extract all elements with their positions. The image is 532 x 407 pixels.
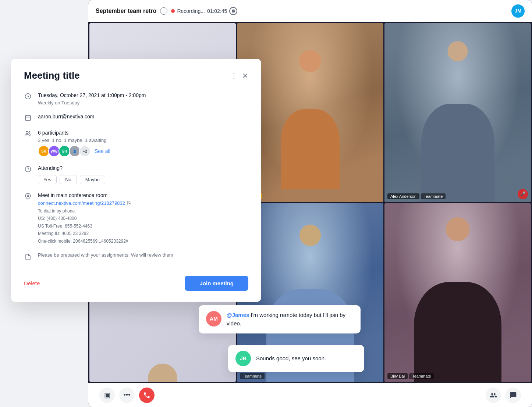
svg-point-8 — [27, 195, 29, 197]
toll-free: US Toll-Free: 855-552-4463 — [38, 222, 248, 230]
chat-avatar-am-initials: AM — [210, 316, 218, 322]
attending-row: Attending? Yes No Maybe — [24, 164, 248, 184]
panel-actions: ⋮ ✕ — [230, 71, 248, 80]
yes-button[interactable]: Yes — [38, 175, 57, 184]
participants-icon — [24, 130, 32, 138]
panel-header: Meeting title ⋮ ✕ — [24, 70, 248, 81]
join-meeting-button[interactable]: Join meeting — [185, 276, 248, 291]
controls-left: ▣ ••• — [99, 388, 155, 403]
participants-status: 3 yes, 1 no, 1 maybe, 1 awaiting — [38, 138, 248, 143]
billy-bai-role: Teammate — [409, 373, 434, 379]
location-row: Meet in main conference room connect.nex… — [24, 192, 248, 245]
video-cell-5-label: Billy Bai Teammate — [387, 373, 434, 379]
recording-timer: 01:02:45 — [207, 8, 227, 14]
panel-title: Meeting title — [24, 70, 80, 81]
location-text: Meet in main conference room — [38, 192, 248, 199]
participants-content: 6 participants 3 yes, 1 no, 1 maybe, 1 a… — [38, 129, 248, 157]
meeting-title-bar: September team retro i Recording... 01:0… — [96, 7, 237, 15]
description-text: Please be prepared with your assignments… — [38, 252, 248, 258]
controls-right — [486, 388, 521, 403]
billy-bai-name: Billy Bai — [387, 373, 408, 379]
chat-button[interactable] — [506, 388, 521, 403]
organizer-content: aaron.burr@nextiva.com — [38, 113, 248, 121]
no-button[interactable]: No — [60, 175, 77, 184]
date-time-content: Tuesday, October 27, 2021 at 1:00pm - 2:… — [38, 92, 248, 106]
location-icon — [24, 192, 32, 200]
more-options-panel-button[interactable]: ⋮ — [230, 72, 238, 79]
recording-badge: Recording... 01:02:45 — [171, 7, 237, 15]
description-row: Please be prepared with your assignments… — [24, 252, 248, 261]
date-time-row: Tuesday, October 27, 2021 at 1:00pm - 2:… — [24, 92, 248, 106]
delete-button[interactable]: Delete — [24, 280, 40, 286]
video-top-bar: September team retro i Recording... 01:0… — [88, 0, 532, 22]
phone-info: To dial in by phone: US: (480) 480-4800 … — [38, 207, 248, 245]
description-icon — [24, 253, 32, 261]
us-phone: US: (480) 480-4800 — [38, 215, 248, 222]
end-call-button[interactable] — [139, 388, 155, 403]
meeting-title-text: September team retro — [96, 8, 156, 14]
dial-in-label: To dial in by phone: — [38, 207, 248, 215]
attend-buttons: Yes No Maybe — [38, 175, 248, 184]
share-screen-button[interactable]: ▣ — [99, 388, 115, 403]
one-click: One-click mobile: 2064625569,,,460523329… — [38, 238, 248, 245]
svg-point-5 — [26, 131, 28, 133]
attending-label: Attending? — [38, 164, 248, 172]
chat-text-1: @James I'm working remote today but I'll… — [227, 311, 353, 328]
stop-square-icon — [232, 10, 235, 13]
chat-text-2: Sounds good, see you soon. — [256, 354, 326, 363]
recording-label: Recording... — [177, 8, 205, 14]
recording-dot — [171, 9, 175, 13]
attending-content: Attending? Yes No Maybe — [38, 164, 248, 184]
stop-recording-button[interactable] — [229, 7, 237, 15]
alex-anderson-role: Teammate — [421, 193, 446, 199]
clock-icon — [24, 92, 32, 100]
chat-avatar-am: AM — [206, 311, 221, 326]
chat-message-2: JB Sounds good, see you soon. — [228, 345, 364, 372]
video-cell-4-label: Teammate — [240, 373, 265, 379]
chat-avatar-jb-initials: JB — [240, 356, 247, 361]
organizer-row: aaron.burr@nextiva.com — [24, 113, 248, 122]
participants-button[interactable] — [486, 388, 501, 403]
avatar-stack: SK WW GH 👤 +2 — [38, 145, 91, 157]
question-icon — [24, 165, 32, 173]
participants-count: 6 participants — [38, 129, 248, 137]
close-panel-button[interactable]: ✕ — [242, 71, 248, 80]
cell4-role: Teammate — [240, 373, 265, 379]
description-content: Please be prepared with your assignments… — [38, 252, 248, 258]
video-cell-3-label: Alex Anderson Teammate — [387, 193, 446, 199]
meeting-id: Meeting ID: 4605 23 3292 — [38, 230, 248, 237]
video-cell-3: Alex Anderson Teammate 🎤 — [384, 23, 531, 202]
meeting-panel: Meeting title ⋮ ✕ Tuesday, October 27, 2… — [11, 59, 261, 302]
maybe-button[interactable]: Maybe — [80, 175, 105, 184]
location-content: Meet in main conference room connect.nex… — [38, 192, 248, 245]
panel-footer: Delete Join meeting — [24, 270, 248, 291]
chat-avatar-jb: JB — [235, 351, 251, 366]
call-controls: ▣ ••• — [88, 383, 532, 407]
chat-message-1: AM @James I'm working remote today but I… — [199, 305, 361, 333]
info-icon[interactable]: i — [160, 7, 167, 15]
participants-row: 6 participants 3 yes, 1 no, 1 maybe, 1 a… — [24, 129, 248, 157]
calendar-icon — [24, 114, 32, 122]
copy-icon[interactable]: ⎘ — [127, 200, 130, 206]
date-time-text: Tuesday, October 27, 2021 at 1:00pm - 2:… — [38, 92, 248, 99]
alex-anderson-name: Alex Anderson — [387, 193, 419, 199]
more-options-button[interactable]: ••• — [119, 388, 135, 403]
organizer-email: aaron.burr@nextiva.com — [38, 113, 248, 121]
see-all-link[interactable]: See all — [95, 148, 110, 154]
svg-rect-1 — [25, 115, 31, 121]
user-avatar[interactable]: JM — [511, 4, 525, 18]
video-cell-5: Billy Bai Teammate — [384, 203, 531, 382]
chat-mention: @James — [227, 312, 249, 318]
mute-icon: 🎤 — [518, 189, 528, 199]
user-initials: JM — [515, 8, 521, 14]
meeting-link[interactable]: connect.nextiva.com/meeting/218279832 — [38, 200, 125, 206]
recurrence-text: Weekly on Tuesday — [38, 100, 248, 106]
participants-avatars-row: SK WW GH 👤 +2 See all — [38, 145, 248, 157]
avatar-more: +2 — [79, 145, 91, 157]
